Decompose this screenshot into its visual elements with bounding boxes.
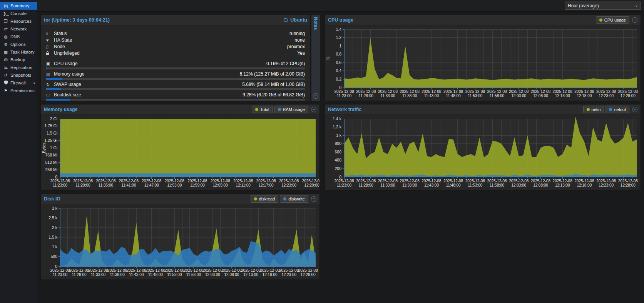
sidebar-item-console[interactable]: ❯_Console [0, 10, 37, 17]
meter-value: 5.68% (58.14 MiB of 1.00 GiB) [242, 82, 305, 87]
svg-text:11:58:00: 11:58:00 [186, 273, 201, 277]
collapse-panel-icon[interactable] [311, 107, 316, 112]
svg-text:200: 200 [335, 166, 341, 171]
svg-text:2025-12-08: 2025-12-08 [356, 89, 376, 94]
legend-label: CPU usage [604, 18, 626, 22]
status-panel-title: tor (Uptime: 3 days 00:04:21) [44, 17, 110, 23]
sidebar-item-label: Options [10, 42, 26, 47]
notes-panel[interactable]: Notes [311, 15, 320, 101]
svg-text:1.2: 1.2 [336, 35, 341, 40]
svg-text:11:47:00: 11:47:00 [144, 183, 159, 187]
legend-label: netout [614, 107, 626, 112]
svg-text:Bytes: Bytes [42, 142, 46, 153]
legend-label: diskread [259, 197, 275, 201]
svg-text:12:29:00: 12:29:00 [304, 183, 319, 187]
legend-item-diskwrite[interactable]: diskwrite [280, 195, 308, 203]
legend-item-netout[interactable]: netout [606, 106, 629, 113]
collapse-panel-icon[interactable] [632, 17, 637, 23]
status-row-label: Unprivileged [54, 50, 80, 56]
timeframe-select[interactable]: Hour (average) ∨ [565, 2, 641, 10]
progress-track [46, 78, 305, 80]
svg-text:2 Gi: 2 Gi [50, 116, 57, 121]
sidebar-item-dns[interactable]: ◍DNS [0, 33, 37, 40]
legend-item-cpu-usage[interactable]: CPU usage [596, 16, 629, 24]
resources-icon: ❒ [3, 19, 9, 24]
legend-dot [283, 197, 286, 200]
disk-chart: 05001 k1.5 k2 k2.5 k3 k2025-12-0811:23:0… [41, 204, 319, 279]
sidebar-item-label: Backup [10, 57, 25, 62]
svg-text:2025-12-08: 2025-12-08 [142, 179, 162, 183]
replication-icon: ⇆ [3, 65, 9, 70]
backup-icon: ⛁ [3, 57, 9, 62]
status-row: ♥HA Statenone [46, 37, 305, 43]
legend-label: diskwrite [288, 197, 305, 201]
svg-text:2025-12-08: 2025-12-08 [509, 89, 529, 94]
collapse-notes-icon[interactable] [313, 93, 318, 99]
sidebar-item-snapshots[interactable]: ↺Snapshots [0, 71, 37, 79]
timeframe-value: Hour (average) [568, 3, 599, 8]
svg-text:0.6: 0.6 [336, 60, 341, 65]
progress-track [46, 88, 305, 90]
svg-text:2025-12-08: 2025-12-08 [618, 89, 638, 94]
svg-text:11:23:00: 11:23:00 [53, 273, 68, 277]
sidebar-item-backup[interactable]: ⛁Backup [0, 56, 37, 64]
svg-text:2025-12-08: 2025-12-08 [487, 89, 507, 94]
svg-text:1.25 Gi: 1.25 Gi [44, 138, 57, 143]
legend-item-netin[interactable]: netin [583, 106, 604, 113]
legend-item-ram-usage[interactable]: RAM usage [274, 106, 308, 113]
sidebar-item-network[interactable]: ⇄Network [0, 25, 37, 33]
sidebar-item-summary[interactable]: ▤Summary [0, 2, 37, 10]
svg-text:12:08:00: 12:08:00 [533, 183, 548, 187]
collapse-panel-icon[interactable] [632, 107, 637, 112]
status-row-label: Status [54, 31, 67, 36]
svg-text:2025-12-08: 2025-12-08 [89, 268, 109, 273]
svg-text:1 k: 1 k [52, 244, 58, 249]
summary-icon: ▤ [3, 3, 9, 8]
progress-track [46, 67, 305, 69]
svg-text:2025-12-08: 2025-12-08 [378, 89, 398, 94]
legend-item-diskread[interactable]: diskread [251, 195, 279, 203]
proxmox-app: ▤Summary❯_Console❒Resources⇄Network◍DNS⚙… [0, 0, 644, 303]
status-row-value: Yes [297, 50, 305, 56]
svg-text:12:28:00: 12:28:00 [301, 273, 316, 277]
meter-row: ▣CPU usage0.16% of 2 CPU(s) [46, 61, 305, 67]
sidebar-item-permissions[interactable]: ⚑Permissions [0, 87, 37, 94]
dns-icon: ◍ [3, 34, 9, 39]
flag-icon: ⚑ [3, 88, 9, 93]
collapse-panel-icon[interactable] [311, 196, 316, 202]
sidebar-item-resources[interactable]: ❒Resources [0, 17, 37, 25]
svg-text:2025-12-08: 2025-12-08 [279, 268, 299, 273]
sidebar-item-firewall[interactable]: Firewall▸ [0, 79, 37, 87]
svg-text:12:23:00: 12:23:00 [599, 94, 614, 98]
sidebar-item-task-history[interactable]: ▦Task History [0, 48, 37, 56]
legend-dot [609, 108, 612, 111]
legend-label: Total [260, 107, 269, 112]
svg-text:2 k: 2 k [52, 225, 58, 230]
sidebar-item-options[interactable]: ⚙Options [0, 40, 37, 48]
cpu-panel-title: CPU usage [328, 17, 353, 23]
sidebar-item-replication[interactable]: ⇆Replication [0, 64, 37, 71]
svg-text:11:33:00: 11:33:00 [91, 273, 106, 277]
disk-io-panel: Disk IO diskreaddiskwrite 05001 k1.5 k2 … [40, 194, 320, 280]
svg-text:1.4 k: 1.4 k [333, 116, 342, 121]
svg-text:%: % [326, 56, 330, 60]
sidebar-item-label: Summary [10, 3, 29, 8]
svg-text:12:08:00: 12:08:00 [224, 273, 239, 277]
legend-item-total[interactable]: Total [252, 106, 273, 113]
svg-text:2025-12-08: 2025-12-08 [119, 179, 139, 183]
svg-text:500: 500 [50, 254, 57, 259]
svg-text:11:38:00: 11:38:00 [402, 183, 417, 187]
legend: TotalRAM usage [252, 106, 308, 113]
cpu-usage-panel: CPU usage CPU usage 00.20.40.60.811.21.4… [325, 15, 641, 101]
disk-panel-header: Disk IO diskreaddiskwrite [41, 194, 319, 204]
svg-text:2025-12-08: 2025-12-08 [531, 89, 551, 94]
legend-label: RAM usage [283, 107, 305, 112]
legend-label: netin [592, 107, 601, 112]
memory-chart: 0256 Mi512 Mi768 Mi1 Gi1.25 Gi1.5 Gi1.75… [41, 115, 319, 190]
svg-text:12:11:00: 12:11:00 [236, 183, 251, 187]
meter-label: Memory usage [54, 71, 84, 77]
meter-value: 6.12% (125.27 MiB of 2.00 GiB) [240, 71, 305, 77]
svg-text:11:23:00: 11:23:00 [337, 94, 352, 98]
svg-text:512 Mi: 512 Mi [45, 160, 57, 165]
svg-text:11:38:00: 11:38:00 [402, 94, 417, 98]
